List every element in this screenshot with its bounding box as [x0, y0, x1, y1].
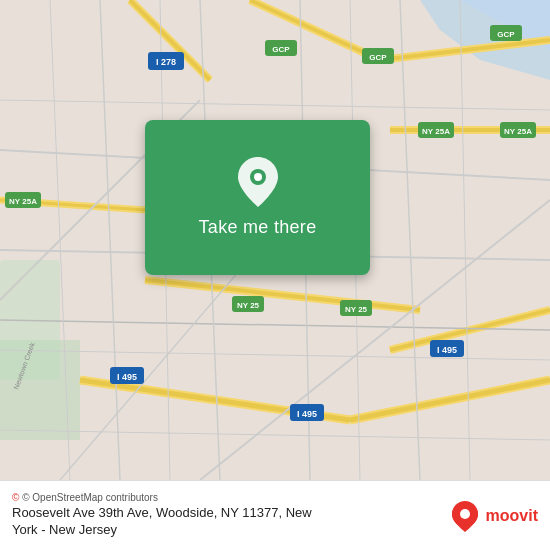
moovit-text: moovit [486, 507, 538, 525]
svg-text:GCP: GCP [369, 53, 387, 62]
svg-point-66 [254, 173, 262, 181]
osm-icon: © [12, 492, 19, 503]
location-pin-icon [237, 157, 279, 207]
svg-text:I 495: I 495 [437, 345, 457, 355]
svg-text:NY 25: NY 25 [237, 301, 260, 310]
moovit-logo: moovit [449, 500, 538, 532]
take-me-there-label: Take me there [199, 217, 317, 238]
svg-text:I 495: I 495 [117, 372, 137, 382]
svg-text:I 278: I 278 [156, 57, 176, 67]
address-line: Roosevelt Ave 39th Ave, Woodside, NY 113… [12, 505, 312, 520]
svg-text:NY 25A: NY 25A [422, 127, 450, 136]
address-text: Roosevelt Ave 39th Ave, Woodside, NY 113… [12, 505, 439, 539]
svg-text:NY 25A: NY 25A [504, 127, 532, 136]
take-me-there-button[interactable]: Take me there [145, 120, 370, 275]
address-line-2: York - New Jersey [12, 522, 117, 537]
svg-point-68 [460, 509, 470, 519]
svg-text:I 495: I 495 [297, 409, 317, 419]
svg-text:GCP: GCP [272, 45, 290, 54]
svg-text:NY 25: NY 25 [345, 305, 368, 314]
map-container: I 278 GCP GCP GCP NY 25A NY 25A NY 25A N… [0, 0, 550, 480]
svg-text:NY 25A: NY 25A [9, 197, 37, 206]
svg-text:GCP: GCP [497, 30, 515, 39]
osm-credit: © © OpenStreetMap contributors [12, 492, 439, 503]
address-section: © © OpenStreetMap contributors Roosevelt… [12, 492, 439, 539]
bottom-bar: © © OpenStreetMap contributors Roosevelt… [0, 480, 550, 550]
moovit-icon [449, 500, 481, 532]
moovit-name: moovit [486, 507, 538, 525]
